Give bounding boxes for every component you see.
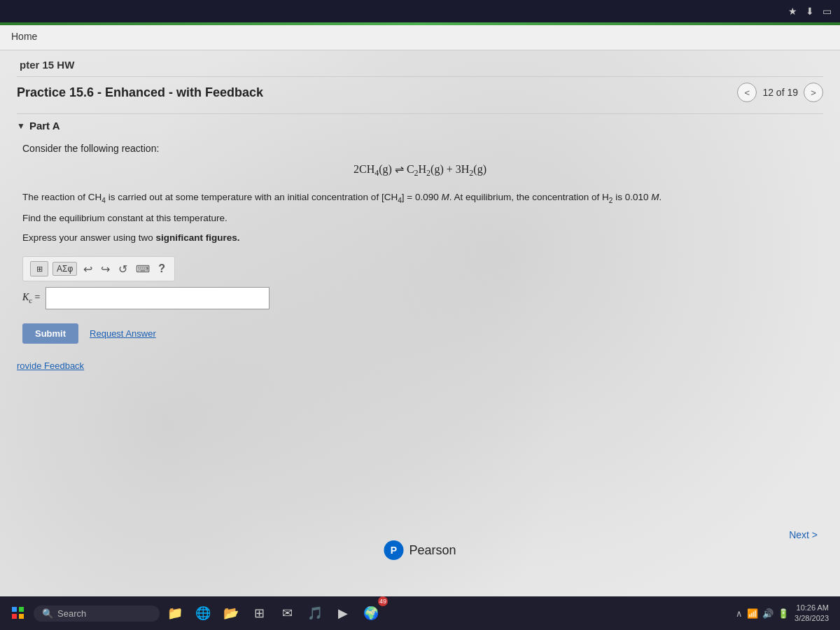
- undo-button[interactable]: ↩: [81, 262, 94, 276]
- question-intro: Consider the following reaction:: [22, 143, 818, 154]
- system-bar: ★ ⬇ ▭: [0, 0, 840, 22]
- grid-icon: ⊞: [254, 606, 265, 621]
- question-body-2: Find the equilibrium constant at this te…: [22, 211, 818, 226]
- answer-input[interactable]: [46, 287, 270, 309]
- window-icon: ▭: [822, 6, 832, 17]
- taskbar-search[interactable]: 🔍 Search: [34, 606, 160, 622]
- question-content: Consider the following reaction: 2CH4(g)…: [17, 143, 823, 344]
- pearson-logo-letter: P: [391, 545, 397, 556]
- mail-icon: ✉: [282, 606, 293, 621]
- volume-icon[interactable]: 🔊: [762, 608, 774, 619]
- windows-logo-icon: [12, 607, 24, 620]
- chapter-title: pter 15 HW: [17, 59, 823, 71]
- nav-controls: < 12 of 19 >: [737, 83, 823, 102]
- taskbar-app-grid[interactable]: ⊞: [246, 601, 272, 626]
- taskbar-app-media[interactable]: ▶: [330, 601, 356, 626]
- chevron-up-icon[interactable]: ∧: [736, 608, 743, 619]
- practice-title: Practice 15.6 - Enhanced - with Feedback: [17, 85, 263, 100]
- pearson-brand: P Pearson: [384, 540, 456, 560]
- next-button[interactable]: Next >: [789, 529, 818, 540]
- help-button[interactable]: ?: [156, 262, 167, 275]
- part-arrow-icon: ▼: [17, 121, 25, 131]
- provide-feedback-text: rovide Feedback: [17, 360, 84, 371]
- taskbar-app-mail[interactable]: ✉: [274, 601, 300, 626]
- browser-icon: 🌐: [195, 606, 211, 621]
- prev-button[interactable]: <: [737, 83, 757, 102]
- next-page-button[interactable]: >: [804, 83, 823, 102]
- notification-badge: 49: [378, 596, 388, 606]
- files-icon: 📁: [167, 606, 183, 621]
- answer-row: Kc =: [22, 287, 818, 309]
- taskbar-app-explorer[interactable]: 📂: [218, 601, 244, 626]
- question-body-1: The reaction of CH4 is carried out at so…: [22, 190, 818, 206]
- answer-label: Kc =: [22, 292, 40, 304]
- part-title: Part A: [29, 120, 60, 132]
- page-indicator: 12 of 19: [762, 87, 798, 98]
- keyboard-button[interactable]: ⌨: [134, 263, 152, 274]
- request-answer-link[interactable]: Request Answer: [90, 328, 156, 339]
- redo-button[interactable]: ↪: [99, 262, 112, 276]
- media-icon: ▶: [338, 606, 348, 621]
- battery-icon[interactable]: 🔋: [778, 608, 789, 619]
- formula-button[interactable]: AΣφ: [52, 262, 77, 276]
- start-button[interactable]: [6, 601, 31, 626]
- download-icon: ⬇: [806, 6, 814, 17]
- matrix-icon: ⊞: [36, 265, 43, 274]
- note-icon: 🎵: [307, 606, 323, 621]
- matrix-button[interactable]: ⊞: [30, 261, 48, 276]
- taskbar: 🔍 Search 📁 🌐 📂 ⊞ ✉ 🎵 ▶ 🌍 49 ∧ 📶 🔊 🔋 10:2…: [0, 596, 840, 630]
- network-icon[interactable]: 📶: [747, 608, 758, 619]
- clock-date: 3/28/2023: [794, 613, 829, 624]
- clock-time: 10:26 AM: [794, 603, 829, 613]
- action-buttons: Submit Request Answer: [22, 323, 818, 344]
- green-accent-bar: [0, 22, 840, 25]
- globe-icon: 🌍: [363, 606, 379, 621]
- reaction-equation: 2CH4(g) ⇌ C2H2(g) + 3H2(g): [22, 162, 818, 178]
- taskbar-tray: ∧ 📶 🔊 🔋 10:26 AM 3/28/2023: [736, 603, 834, 624]
- provide-feedback-link[interactable]: rovide Feedback: [17, 360, 823, 371]
- question-body-3: Express your answer using two significan…: [22, 230, 818, 246]
- pearson-logo: P: [384, 540, 403, 560]
- main-area: Home pter 15 HW Practice 15.6 - Enhanced…: [0, 22, 840, 596]
- part-label: ▼ Part A: [17, 120, 823, 132]
- taskbar-app-notification[interactable]: 🌍 49: [358, 601, 384, 626]
- bookmark-icon: ★: [788, 6, 797, 17]
- system-tray-icons: ∧ 📶 🔊 🔋: [736, 608, 789, 619]
- content-area: pter 15 HW Practice 15.6 - Enhanced - wi…: [0, 50, 840, 371]
- submit-button[interactable]: Submit: [22, 323, 78, 344]
- sig-figs-emphasis: significant figures.: [156, 232, 240, 243]
- search-label: Search: [57, 608, 86, 619]
- explorer-icon: 📂: [223, 606, 239, 621]
- divider-2: [17, 113, 823, 114]
- taskbar-app-files[interactable]: 📁: [162, 601, 188, 626]
- practice-title-bar: Practice 15.6 - Enhanced - with Feedback…: [17, 83, 823, 102]
- taskbar-app-note[interactable]: 🎵: [302, 601, 328, 626]
- pearson-name: Pearson: [409, 543, 456, 558]
- next-label: Next >: [789, 529, 818, 540]
- next-btn-area: Next >: [789, 529, 818, 540]
- system-clock[interactable]: 10:26 AM 3/28/2023: [794, 603, 829, 624]
- divider-1: [17, 76, 823, 77]
- answer-toolbar: ⊞ AΣφ ↩ ↪ ↺ ⌨ ?: [22, 256, 175, 281]
- home-link[interactable]: Home: [11, 31, 37, 42]
- taskbar-app-browser[interactable]: 🌐: [190, 601, 216, 626]
- nav-bar: Home: [0, 22, 840, 50]
- search-icon: 🔍: [42, 608, 53, 619]
- refresh-button[interactable]: ↺: [116, 262, 130, 276]
